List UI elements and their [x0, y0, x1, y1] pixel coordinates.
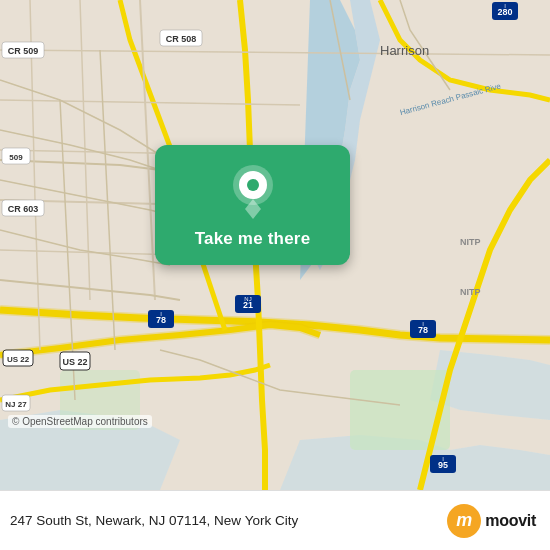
- svg-text:CR 603: CR 603: [8, 204, 39, 214]
- svg-point-38: [247, 179, 259, 191]
- map-container: CR 509 CR 508 CR 603 280 I 21 NJ 78 I 78…: [0, 0, 550, 490]
- moovit-logo-text: moovit: [485, 512, 536, 530]
- map-pin-icon: [229, 163, 277, 219]
- svg-text:US 22: US 22: [7, 355, 30, 364]
- svg-text:509: 509: [9, 153, 23, 162]
- map-attribution: © OpenStreetMap contributors: [8, 415, 152, 428]
- svg-text:NJ 27: NJ 27: [5, 400, 27, 409]
- svg-text:NITP: NITP: [460, 237, 481, 247]
- navigate-button-card[interactable]: Take me there: [155, 145, 350, 265]
- address-text: 247 South St, Newark, NJ 07114, New York…: [10, 513, 298, 528]
- moovit-logo: m moovit: [447, 504, 536, 538]
- svg-text:CR 508: CR 508: [166, 34, 197, 44]
- svg-text:NITP: NITP: [460, 287, 481, 297]
- svg-text:CR 509: CR 509: [8, 46, 39, 56]
- svg-text:NJ: NJ: [244, 296, 251, 302]
- take-me-there-label: Take me there: [195, 229, 311, 249]
- svg-text:US 22: US 22: [62, 357, 87, 367]
- bottom-bar: 247 South St, Newark, NJ 07114, New York…: [0, 490, 550, 550]
- moovit-logo-icon: m: [447, 504, 481, 538]
- svg-text:Harrison: Harrison: [380, 43, 429, 58]
